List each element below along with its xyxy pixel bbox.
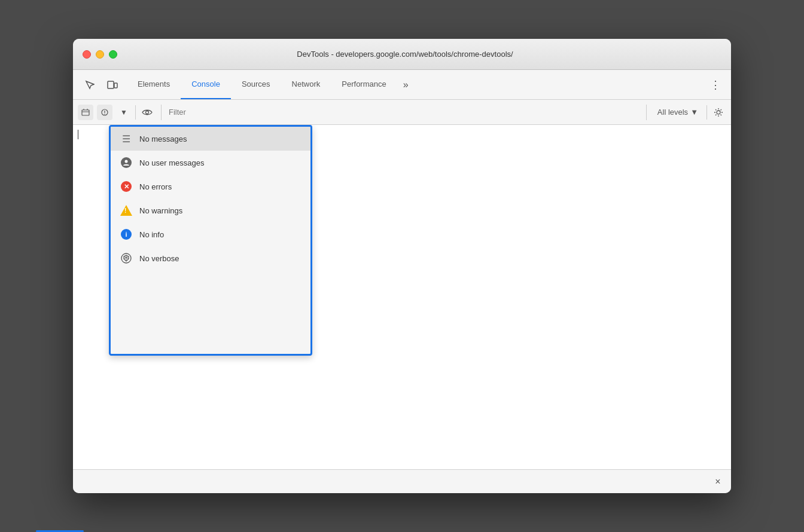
traffic-lights bbox=[83, 50, 117, 59]
inspect-icon-btn[interactable] bbox=[81, 77, 98, 93]
devtools-window: DevTools - developers.google.com/web/too… bbox=[73, 39, 731, 493]
levels-dropdown-btn[interactable]: All levels ▼ bbox=[653, 106, 703, 118]
levels-dropdown-overlay: ☰ No messages No user messages bbox=[109, 125, 312, 356]
eye-icon bbox=[142, 108, 153, 117]
secondary-icon bbox=[100, 108, 109, 117]
user-icon bbox=[120, 157, 132, 169]
tabbar: Elements Console Sources Network Perform… bbox=[73, 70, 731, 100]
tabbar-right: ⋮ bbox=[707, 70, 731, 99]
minimize-traffic-light[interactable] bbox=[96, 50, 104, 59]
close-traffic-light[interactable] bbox=[83, 50, 91, 59]
settings-btn[interactable] bbox=[711, 105, 726, 120]
bottom-bar: × bbox=[73, 469, 731, 493]
dropdown-item-verbose[interactable]: No verbose bbox=[111, 246, 310, 270]
svg-rect-2 bbox=[82, 110, 89, 115]
tab-network[interactable]: Network bbox=[281, 70, 331, 99]
console-toolbar: ▼ All levels ▼ bbox=[73, 100, 731, 125]
dropdown-item-messages[interactable]: ☰ No messages bbox=[111, 127, 310, 151]
svg-rect-0 bbox=[108, 81, 114, 88]
info-icon: i bbox=[120, 228, 132, 240]
messages-icon: ☰ bbox=[120, 133, 132, 145]
tabbar-icons bbox=[75, 70, 127, 99]
filter-input[interactable] bbox=[165, 105, 642, 120]
svg-point-8 bbox=[104, 114, 105, 115]
dropdown-empty-space bbox=[111, 270, 310, 354]
window-title: DevTools - developers.google.com/web/too… bbox=[124, 50, 686, 59]
svg-point-9 bbox=[146, 111, 149, 114]
dropdown-item-info[interactable]: i No info bbox=[111, 222, 310, 246]
kebab-menu-btn[interactable]: ⋮ bbox=[707, 77, 724, 93]
warning-icon bbox=[120, 204, 132, 216]
tab-elements[interactable]: Elements bbox=[127, 70, 181, 99]
error-icon: ✕ bbox=[120, 181, 132, 192]
toolbar-divider-2 bbox=[706, 105, 707, 120]
verbose-icon bbox=[120, 252, 132, 264]
device-icon bbox=[107, 80, 118, 90]
tab-more[interactable]: » bbox=[397, 70, 415, 99]
titlebar: DevTools - developers.google.com/web/too… bbox=[73, 39, 731, 70]
dropdown-item-warnings[interactable]: No warnings bbox=[111, 198, 310, 222]
levels-arrow-icon: ▼ bbox=[690, 108, 698, 117]
tab-performance[interactable]: Performance bbox=[331, 70, 397, 99]
svg-rect-1 bbox=[114, 83, 117, 88]
dropdown-item-user-messages[interactable]: No user messages bbox=[111, 151, 310, 175]
svg-point-11 bbox=[125, 160, 128, 163]
main-content: ☰ No messages No user messages bbox=[73, 125, 731, 469]
inspect-icon bbox=[85, 80, 95, 90]
svg-point-10 bbox=[717, 111, 720, 114]
tab-sources[interactable]: Sources bbox=[231, 70, 281, 99]
filter-container bbox=[161, 105, 647, 120]
eye-btn[interactable] bbox=[139, 105, 155, 120]
clear-console-btn[interactable] bbox=[78, 105, 93, 120]
secondary-btn[interactable] bbox=[97, 105, 112, 120]
gear-icon bbox=[714, 108, 723, 117]
dropdown-item-errors[interactable]: ✕ No errors bbox=[111, 175, 310, 198]
toolbar-divider bbox=[135, 105, 136, 120]
dropdown-arrow-btn[interactable]: ▼ bbox=[116, 105, 132, 120]
tab-console[interactable]: Console bbox=[181, 70, 231, 99]
maximize-traffic-light[interactable] bbox=[109, 50, 117, 59]
close-panel-btn[interactable]: × bbox=[712, 476, 724, 488]
device-icon-btn[interactable] bbox=[104, 77, 121, 93]
clear-icon bbox=[81, 108, 90, 117]
console-cursor bbox=[78, 130, 78, 139]
